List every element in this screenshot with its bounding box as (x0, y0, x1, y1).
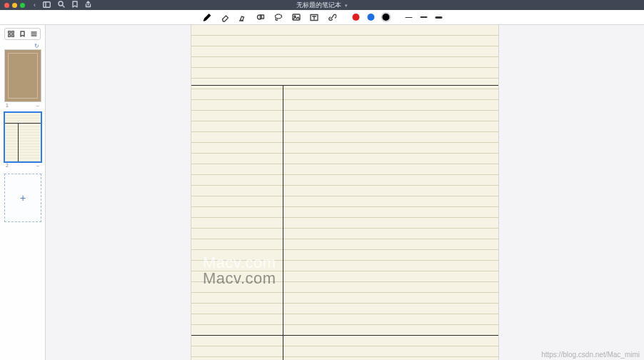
pen-tool[interactable] (202, 12, 212, 22)
lasso-icon (273, 13, 283, 22)
view-bookmarks-tab[interactable] (19, 30, 26, 38)
stroke-medium[interactable] (421, 16, 428, 18)
color-red[interactable] (353, 14, 360, 21)
text-tool[interactable] (309, 12, 319, 22)
document-title[interactable]: 无标题的笔记本 ▾ (0, 1, 644, 10)
thumb-number: 2 (6, 163, 9, 168)
toolbar (0, 10, 644, 25)
thumbnail-cover (5, 50, 41, 101)
svg-rect-15 (8, 35, 10, 37)
thumb-number: 1 (6, 103, 9, 108)
list-icon (31, 31, 37, 37)
stroke-thick[interactable] (436, 16, 443, 19)
stroke-thin[interactable] (406, 17, 413, 18)
sidebar-refresh[interactable]: ↻ (4, 43, 41, 49)
shape-tool[interactable] (256, 12, 266, 22)
canvas-area[interactable]: Macv.com Macv.com https://blog.csdn.net/… (46, 25, 644, 360)
link-tool[interactable] (327, 12, 337, 22)
vertical-rule (283, 85, 283, 360)
eraser-tool[interactable] (220, 12, 230, 22)
title-dropdown-caret: ▾ (345, 3, 348, 8)
thumb-flag: – (36, 103, 39, 108)
plus-icon: + (20, 192, 26, 204)
horizontal-rule (191, 85, 498, 86)
main: ↻ 1 – 2 – + Macv.com Macv.com (0, 25, 644, 360)
pen-icon (202, 13, 211, 22)
bookmark-icon (20, 31, 25, 37)
text-icon (309, 13, 318, 22)
eraser-icon (220, 13, 229, 22)
svg-point-7 (275, 14, 281, 19)
ruled-lines (191, 25, 498, 360)
image-icon (291, 13, 301, 22)
watermark-dark: Macv.com (203, 269, 276, 288)
image-tool[interactable] (291, 12, 301, 22)
sidebar: ↻ 1 – 2 – + (0, 25, 46, 360)
color-blue[interactable] (368, 14, 375, 21)
sidebar-view-tabs (4, 28, 41, 40)
highlighter-tool[interactable] (238, 12, 248, 22)
note-page[interactable]: Macv.com Macv.com (191, 25, 498, 360)
color-black[interactable] (383, 14, 390, 21)
shape-icon (256, 13, 265, 22)
source-watermark: https://blog.csdn.net/Mac_mimi (541, 351, 640, 359)
view-list-tab[interactable] (31, 30, 38, 38)
link-icon (327, 13, 336, 22)
summary-rule (191, 335, 498, 336)
highlighter-icon (238, 13, 247, 22)
svg-rect-16 (11, 35, 14, 37)
view-grid-tab[interactable] (7, 30, 14, 38)
grid-icon (8, 31, 14, 37)
document-title-text: 无标题的笔记本 (296, 1, 341, 9)
add-page-button[interactable]: + (4, 174, 41, 222)
page-thumb-1[interactable]: 1 – (4, 49, 41, 108)
lasso-tool[interactable] (273, 12, 283, 22)
toolbar-tools (202, 12, 443, 22)
page-thumb-2[interactable]: 2 – (4, 112, 41, 168)
svg-rect-14 (11, 31, 14, 34)
thumbnail-page (5, 113, 41, 161)
titlebar: ‹ 无标题的笔记本 ▾ (0, 0, 644, 10)
thumb-flag: – (36, 163, 39, 168)
svg-rect-13 (8, 31, 10, 34)
